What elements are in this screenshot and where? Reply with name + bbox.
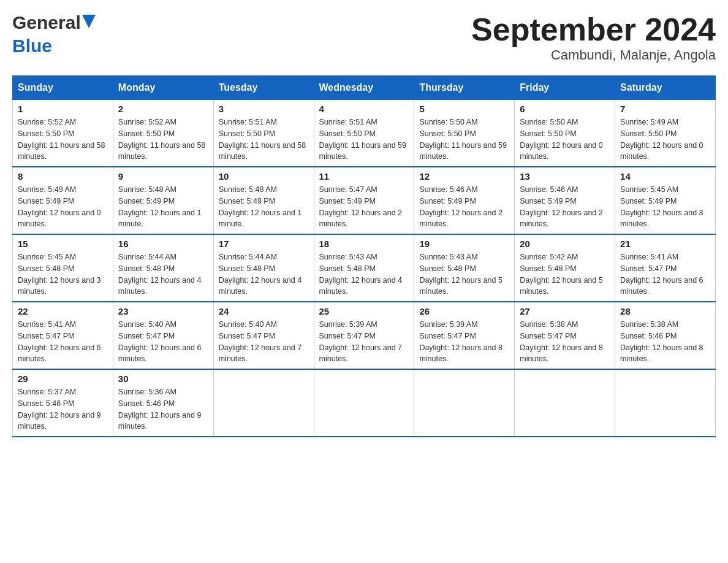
table-row: 1 Sunrise: 5:52 AM Sunset: 5:50 PM Dayli…: [13, 100, 113, 167]
calendar-table: Sunday Monday Tuesday Wednesday Thursday…: [12, 75, 716, 437]
day-number: 5: [419, 104, 509, 114]
day-number: 1: [18, 104, 108, 114]
day-info: Sunrise: 5:38 AM Sunset: 5:46 PM Dayligh…: [620, 319, 710, 365]
day-number: 13: [520, 171, 610, 182]
day-number: 28: [620, 306, 710, 316]
title-area: September 2024 Cambundi, Malanje, Angola: [471, 12, 716, 63]
day-info: Sunrise: 5:41 AM Sunset: 5:47 PM Dayligh…: [620, 251, 710, 297]
day-info: Sunrise: 5:43 AM Sunset: 5:48 PM Dayligh…: [319, 251, 409, 297]
day-number: 6: [520, 104, 610, 114]
day-info: Sunrise: 5:49 AM Sunset: 5:49 PM Dayligh…: [18, 184, 108, 230]
table-row: 28 Sunrise: 5:38 AM Sunset: 5:46 PM Dayl…: [615, 302, 716, 369]
table-row: 7 Sunrise: 5:49 AM Sunset: 5:50 PM Dayli…: [615, 100, 716, 167]
day-info: Sunrise: 5:52 AM Sunset: 5:50 PM Dayligh…: [118, 117, 208, 163]
day-number: 22: [18, 306, 108, 316]
table-row: 5 Sunrise: 5:50 AM Sunset: 5:50 PM Dayli…: [414, 100, 515, 167]
day-info: Sunrise: 5:46 AM Sunset: 5:49 PM Dayligh…: [520, 184, 610, 230]
day-number: 8: [18, 171, 108, 182]
day-info: Sunrise: 5:51 AM Sunset: 5:50 PM Dayligh…: [319, 117, 409, 163]
table-row: 9 Sunrise: 5:48 AM Sunset: 5:49 PM Dayli…: [113, 167, 213, 234]
calendar-subtitle: Cambundi, Malanje, Angola: [471, 47, 716, 63]
page-header: General Blue September 2024 Cambundi, Ma…: [12, 12, 716, 63]
table-row: 23 Sunrise: 5:40 AM Sunset: 5:47 PM Dayl…: [113, 302, 213, 369]
day-number: 30: [118, 373, 208, 384]
col-saturday: Saturday: [615, 76, 716, 100]
day-info: Sunrise: 5:49 AM Sunset: 5:50 PM Dayligh…: [620, 117, 710, 163]
table-row: 13 Sunrise: 5:46 AM Sunset: 5:49 PM Dayl…: [515, 167, 615, 234]
table-row: [515, 369, 615, 437]
day-number: 29: [18, 373, 108, 384]
day-number: 24: [219, 306, 309, 316]
col-monday: Monday: [113, 76, 213, 100]
table-row: 16 Sunrise: 5:44 AM Sunset: 5:48 PM Dayl…: [113, 234, 213, 302]
svg-marker-0: [82, 15, 96, 28]
table-row: 6 Sunrise: 5:50 AM Sunset: 5:50 PM Dayli…: [515, 100, 615, 167]
day-number: 7: [620, 104, 710, 114]
col-sunday: Sunday: [13, 76, 113, 100]
table-row: 24 Sunrise: 5:40 AM Sunset: 5:47 PM Dayl…: [213, 302, 314, 369]
week-row-5: 29 Sunrise: 5:37 AM Sunset: 5:46 PM Dayl…: [13, 369, 716, 437]
table-row: [414, 369, 515, 437]
day-number: 21: [620, 239, 710, 249]
table-row: 26 Sunrise: 5:39 AM Sunset: 5:47 PM Dayl…: [414, 302, 515, 369]
day-number: 27: [520, 306, 610, 316]
week-row-4: 22 Sunrise: 5:41 AM Sunset: 5:47 PM Dayl…: [13, 302, 716, 369]
table-row: 8 Sunrise: 5:49 AM Sunset: 5:49 PM Dayli…: [13, 167, 113, 234]
day-info: Sunrise: 5:43 AM Sunset: 5:48 PM Dayligh…: [419, 251, 509, 297]
week-row-1: 1 Sunrise: 5:52 AM Sunset: 5:50 PM Dayli…: [13, 100, 716, 167]
day-info: Sunrise: 5:47 AM Sunset: 5:49 PM Dayligh…: [319, 184, 409, 230]
logo-general-text: General: [12, 12, 81, 33]
col-tuesday: Tuesday: [213, 76, 314, 100]
day-info: Sunrise: 5:46 AM Sunset: 5:49 PM Dayligh…: [419, 184, 509, 230]
calendar-title: September 2024: [471, 12, 716, 47]
week-row-2: 8 Sunrise: 5:49 AM Sunset: 5:49 PM Dayli…: [13, 167, 716, 234]
table-row: 10 Sunrise: 5:48 AM Sunset: 5:49 PM Dayl…: [213, 167, 314, 234]
day-info: Sunrise: 5:41 AM Sunset: 5:47 PM Dayligh…: [18, 319, 108, 365]
table-row: 22 Sunrise: 5:41 AM Sunset: 5:47 PM Dayl…: [13, 302, 113, 369]
day-info: Sunrise: 5:38 AM Sunset: 5:47 PM Dayligh…: [520, 319, 610, 365]
day-info: Sunrise: 5:48 AM Sunset: 5:49 PM Dayligh…: [118, 184, 208, 230]
table-row: [615, 369, 716, 437]
day-number: 12: [419, 171, 509, 182]
day-number: 4: [319, 104, 409, 114]
col-thursday: Thursday: [414, 76, 515, 100]
logo: General Blue: [12, 12, 96, 56]
table-row: 19 Sunrise: 5:43 AM Sunset: 5:48 PM Dayl…: [414, 234, 515, 302]
day-number: 25: [319, 306, 409, 316]
table-row: 30 Sunrise: 5:36 AM Sunset: 5:46 PM Dayl…: [113, 369, 213, 437]
table-row: 18 Sunrise: 5:43 AM Sunset: 5:48 PM Dayl…: [314, 234, 414, 302]
calendar-header-row: Sunday Monday Tuesday Wednesday Thursday…: [13, 76, 716, 100]
day-info: Sunrise: 5:45 AM Sunset: 5:48 PM Dayligh…: [18, 251, 108, 297]
day-info: Sunrise: 5:52 AM Sunset: 5:50 PM Dayligh…: [18, 117, 108, 163]
day-number: 23: [118, 306, 208, 316]
day-info: Sunrise: 5:50 AM Sunset: 5:50 PM Dayligh…: [419, 117, 509, 163]
day-number: 17: [219, 239, 309, 249]
day-info: Sunrise: 5:51 AM Sunset: 5:50 PM Dayligh…: [219, 117, 309, 163]
table-row: 3 Sunrise: 5:51 AM Sunset: 5:50 PM Dayli…: [213, 100, 314, 167]
day-number: 3: [219, 104, 309, 114]
col-friday: Friday: [515, 76, 615, 100]
table-row: 4 Sunrise: 5:51 AM Sunset: 5:50 PM Dayli…: [314, 100, 414, 167]
week-row-3: 15 Sunrise: 5:45 AM Sunset: 5:48 PM Dayl…: [13, 234, 716, 302]
table-row: 27 Sunrise: 5:38 AM Sunset: 5:47 PM Dayl…: [515, 302, 615, 369]
day-info: Sunrise: 5:44 AM Sunset: 5:48 PM Dayligh…: [118, 251, 208, 297]
table-row: 14 Sunrise: 5:45 AM Sunset: 5:49 PM Dayl…: [615, 167, 716, 234]
table-row: 25 Sunrise: 5:39 AM Sunset: 5:47 PM Dayl…: [314, 302, 414, 369]
day-info: Sunrise: 5:42 AM Sunset: 5:48 PM Dayligh…: [520, 251, 610, 297]
day-number: 9: [118, 171, 208, 182]
day-info: Sunrise: 5:44 AM Sunset: 5:48 PM Dayligh…: [219, 251, 309, 297]
table-row: [314, 369, 414, 437]
day-info: Sunrise: 5:50 AM Sunset: 5:50 PM Dayligh…: [520, 117, 610, 163]
logo-blue-text: Blue: [12, 36, 52, 56]
day-number: 18: [319, 239, 409, 249]
table-row: 15 Sunrise: 5:45 AM Sunset: 5:48 PM Dayl…: [13, 234, 113, 302]
day-number: 26: [419, 306, 509, 316]
col-wednesday: Wednesday: [314, 76, 414, 100]
day-number: 10: [219, 171, 309, 182]
table-row: 11 Sunrise: 5:47 AM Sunset: 5:49 PM Dayl…: [314, 167, 414, 234]
day-number: 2: [118, 104, 208, 114]
table-row: 29 Sunrise: 5:37 AM Sunset: 5:46 PM Dayl…: [13, 369, 113, 437]
table-row: 21 Sunrise: 5:41 AM Sunset: 5:47 PM Dayl…: [615, 234, 716, 302]
day-number: 14: [620, 171, 710, 182]
day-info: Sunrise: 5:40 AM Sunset: 5:47 PM Dayligh…: [118, 319, 208, 365]
